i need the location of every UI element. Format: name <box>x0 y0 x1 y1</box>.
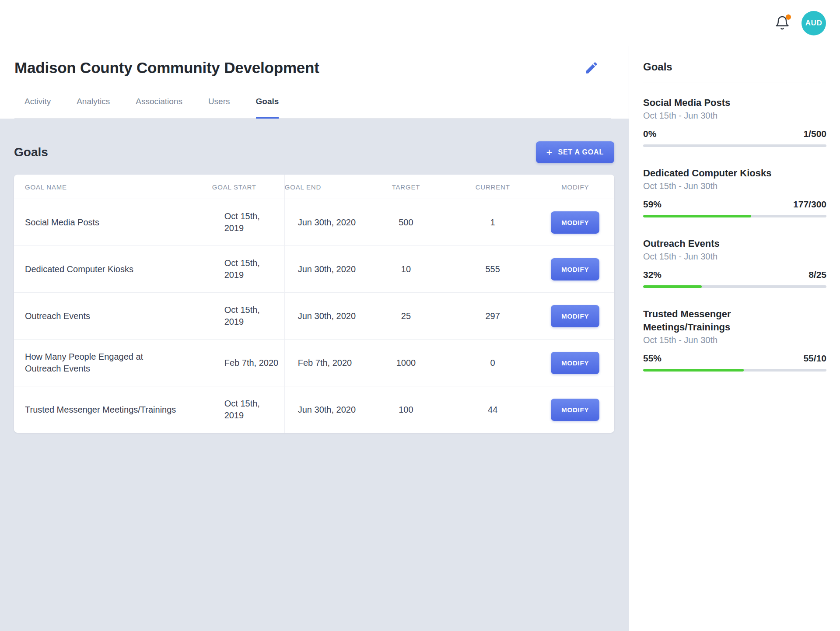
goal-name: How Many People Engaged at Outreach Even… <box>14 340 212 386</box>
col-goal-start: GOAL START <box>212 175 285 199</box>
goal-current: 1 <box>449 199 536 245</box>
sidebar-goal-dates: Oct 15th - Jun 30th <box>643 111 826 121</box>
sidebar-goal-fraction: 8/25 <box>808 270 826 280</box>
avatar[interactable]: AUD <box>802 11 826 35</box>
table-row: Social Media Posts Oct 15th, 2019 Jun 30… <box>14 199 614 246</box>
progress-bar <box>643 144 826 147</box>
progress-bar <box>643 369 826 372</box>
col-modify: MODIFY <box>536 175 614 199</box>
goal-name: Outreach Events <box>14 293 212 339</box>
page-header: Madison County Community Development Act… <box>0 46 629 119</box>
sidebar-goal-percent: 32% <box>643 270 662 280</box>
goal-start: Oct 15th, 2019 <box>212 199 285 245</box>
content: Madison County Community Development Act… <box>0 46 840 631</box>
goal-target: 1000 <box>363 340 449 386</box>
page-title: Madison County Community Development <box>14 59 319 77</box>
set-a-goal-button[interactable]: + SET A GOAL <box>536 141 614 163</box>
goal-name: Trusted Messenger Meetings/Trainings <box>14 386 212 433</box>
sidebar-goal-percent: 59% <box>643 199 662 210</box>
sidebar-goal-dates: Oct 15th - Jun 30th <box>643 252 826 262</box>
tab-goals[interactable]: Goals <box>256 97 279 119</box>
sidebar-goal-fraction: 55/10 <box>803 353 826 364</box>
goal-end: Jun 30th, 2020 <box>285 293 363 339</box>
goal-name: Dedicated Computer Kiosks <box>14 246 212 292</box>
table-row: Dedicated Computer Kiosks Oct 15th, 2019… <box>14 246 614 293</box>
sidebar-goal-card: Trusted Messenger Meetings/Trainings Oct… <box>643 308 826 372</box>
goal-start: Oct 15th, 2019 <box>212 293 285 339</box>
sidebar-goal-dates: Oct 15th - Jun 30th <box>643 181 826 191</box>
goal-current: 44 <box>449 386 536 433</box>
goal-end: Jun 30th, 2020 <box>285 246 363 292</box>
sidebar-goal-fraction: 1/500 <box>803 129 826 139</box>
tab-users[interactable]: Users <box>208 97 230 119</box>
modify-button[interactable]: MODIFY <box>551 352 599 374</box>
goal-target: 10 <box>363 246 449 292</box>
tab-bar: Activity Analytics Associations Users Go… <box>14 97 611 119</box>
goal-start: Oct 15th, 2019 <box>212 246 285 292</box>
edit-title-button[interactable] <box>584 60 599 75</box>
goal-target: 100 <box>363 386 449 433</box>
sidebar-goal-fraction: 177/300 <box>793 199 826 210</box>
sidebar-goal-name: Trusted Messenger Meetings/Trainings <box>643 308 826 334</box>
main-column: Madison County Community Development Act… <box>0 46 629 631</box>
goals-section: Goals + SET A GOAL GOAL NAME GOAL START … <box>0 119 629 631</box>
goal-target: 25 <box>363 293 449 339</box>
pencil-icon <box>584 60 599 75</box>
goal-current: 555 <box>449 246 536 292</box>
progress-bar <box>643 285 826 288</box>
modify-button[interactable]: MODIFY <box>551 305 599 327</box>
sidebar-goal-name: Dedicated Computer Kiosks <box>643 167 826 180</box>
sidebar-goal-card: Outreach Events Oct 15th - Jun 30th 32% … <box>643 237 826 288</box>
notification-dot <box>786 14 791 20</box>
goal-end: Feb 7th, 2020 <box>285 340 363 386</box>
tab-analytics[interactable]: Analytics <box>77 97 110 119</box>
goals-section-title: Goals <box>14 145 48 159</box>
goal-current: 297 <box>449 293 536 339</box>
sidebar-goal-percent: 0% <box>643 129 656 139</box>
goal-start: Oct 15th, 2019 <box>212 386 285 433</box>
goal-start: Feb 7th, 2020 <box>212 340 285 386</box>
sidebar-goal-card: Social Media Posts Oct 15th - Jun 30th 0… <box>643 96 826 147</box>
tab-activity[interactable]: Activity <box>24 97 51 119</box>
sidebar-goal-name: Outreach Events <box>643 237 826 250</box>
tab-associations[interactable]: Associations <box>136 97 182 119</box>
app-root: AUD Madison County Community Development… <box>0 0 840 631</box>
goals-table: GOAL NAME GOAL START GOAL END TARGET CUR… <box>14 175 614 433</box>
col-goal-end: GOAL END <box>285 175 363 199</box>
col-target: TARGET <box>363 175 449 199</box>
goal-end: Jun 30th, 2020 <box>285 386 363 433</box>
topbar: AUD <box>0 0 840 46</box>
goal-end: Jun 30th, 2020 <box>285 199 363 245</box>
goal-current: 0 <box>449 340 536 386</box>
goals-sidebar: Goals Social Media Posts Oct 15th - Jun … <box>629 46 840 631</box>
plus-icon: + <box>546 149 553 156</box>
sidebar-goal-card: Dedicated Computer Kiosks Oct 15th - Jun… <box>643 167 826 217</box>
col-current: CURRENT <box>449 175 536 199</box>
notifications-button[interactable] <box>774 15 790 31</box>
progress-bar-fill <box>643 369 744 372</box>
modify-button[interactable]: MODIFY <box>551 399 599 421</box>
goal-name: Social Media Posts <box>14 199 212 245</box>
sidebar-title: Goals <box>643 61 826 73</box>
sidebar-divider <box>643 83 826 83</box>
table-row: Trusted Messenger Meetings/Trainings Oct… <box>14 386 614 433</box>
goal-target: 500 <box>363 199 449 245</box>
col-goal-name: GOAL NAME <box>14 175 212 199</box>
modify-button[interactable]: MODIFY <box>551 258 599 280</box>
progress-bar <box>643 215 826 217</box>
set-a-goal-label: SET A GOAL <box>558 148 604 156</box>
sidebar-goal-dates: Oct 15th - Jun 30th <box>643 335 826 345</box>
table-header-row: GOAL NAME GOAL START GOAL END TARGET CUR… <box>14 175 614 199</box>
modify-button[interactable]: MODIFY <box>551 211 599 234</box>
progress-bar-fill <box>643 215 751 217</box>
sidebar-goal-percent: 55% <box>643 353 662 364</box>
table-row: Outreach Events Oct 15th, 2019 Jun 30th,… <box>14 293 614 340</box>
sidebar-goal-name: Social Media Posts <box>643 96 826 109</box>
table-row: How Many People Engaged at Outreach Even… <box>14 340 614 386</box>
progress-bar-fill <box>643 285 702 288</box>
